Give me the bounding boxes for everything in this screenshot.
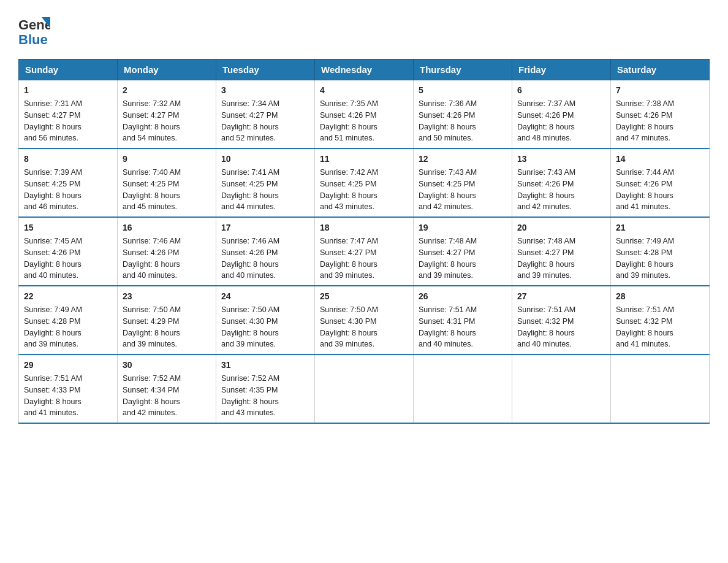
day-number: 6: [517, 84, 605, 97]
logo: General Blue: [18, 12, 51, 49]
calendar-cell: 30Sunrise: 7:52 AMSunset: 4:34 PMDayligh…: [118, 354, 216, 423]
calendar-cell: 15Sunrise: 7:45 AMSunset: 4:26 PMDayligh…: [19, 217, 118, 286]
calendar-cell: 20Sunrise: 7:48 AMSunset: 4:27 PMDayligh…: [512, 217, 611, 286]
header-friday: Friday: [512, 59, 611, 80]
calendar-cell: 14Sunrise: 7:44 AMSunset: 4:26 PMDayligh…: [611, 148, 710, 217]
day-number: 27: [517, 290, 605, 303]
calendar-cell: 21Sunrise: 7:49 AMSunset: 4:28 PMDayligh…: [611, 217, 710, 286]
day-number: 7: [616, 84, 704, 97]
day-number: 20: [517, 221, 605, 234]
day-number: 29: [24, 359, 112, 372]
calendar-cell: 2Sunrise: 7:32 AMSunset: 4:27 PMDaylight…: [118, 80, 216, 149]
day-number: 4: [320, 84, 408, 97]
day-number: 14: [616, 153, 704, 166]
day-number: 1: [24, 84, 112, 97]
calendar-cell: 31Sunrise: 7:52 AMSunset: 4:35 PMDayligh…: [216, 354, 315, 423]
calendar-cell: 5Sunrise: 7:36 AMSunset: 4:26 PMDaylight…: [414, 80, 512, 149]
calendar-cell: 9Sunrise: 7:40 AMSunset: 4:25 PMDaylight…: [118, 148, 216, 217]
calendar-cell: 29Sunrise: 7:51 AMSunset: 4:33 PMDayligh…: [19, 354, 118, 423]
calendar-cell: 7Sunrise: 7:38 AMSunset: 4:26 PMDaylight…: [611, 80, 710, 149]
calendar-table: SundayMondayTuesdayWednesdayThursdayFrid…: [18, 59, 710, 424]
calendar-cell: 27Sunrise: 7:51 AMSunset: 4:32 PMDayligh…: [512, 286, 611, 354]
calendar-cell: 10Sunrise: 7:41 AMSunset: 4:25 PMDayligh…: [216, 148, 315, 217]
header-monday: Monday: [118, 59, 216, 80]
header-sunday: Sunday: [19, 59, 118, 80]
day-number: 22: [24, 290, 112, 303]
day-number: 16: [123, 221, 211, 234]
day-number: 19: [419, 221, 507, 234]
header-thursday: Thursday: [414, 59, 512, 80]
calendar-week-row: 1Sunrise: 7:31 AMSunset: 4:27 PMDaylight…: [19, 80, 710, 149]
day-number: 13: [517, 153, 605, 166]
calendar-cell: 4Sunrise: 7:35 AMSunset: 4:26 PMDaylight…: [315, 80, 414, 149]
calendar-cell: 18Sunrise: 7:47 AMSunset: 4:27 PMDayligh…: [315, 217, 414, 286]
day-number: 31: [221, 359, 309, 372]
calendar-cell: 6Sunrise: 7:37 AMSunset: 4:26 PMDaylight…: [512, 80, 611, 149]
header-wednesday: Wednesday: [315, 59, 414, 80]
calendar-cell: [611, 354, 710, 423]
calendar-cell: [315, 354, 414, 423]
day-number: 21: [616, 221, 704, 234]
calendar-cell: 28Sunrise: 7:51 AMSunset: 4:32 PMDayligh…: [611, 286, 710, 354]
calendar-cell: 22Sunrise: 7:49 AMSunset: 4:28 PMDayligh…: [19, 286, 118, 354]
calendar-cell: [414, 354, 512, 423]
day-number: 24: [221, 290, 309, 303]
day-number: 15: [24, 221, 112, 234]
logo-icon: General Blue: [18, 12, 50, 49]
page-header: General Blue: [18, 12, 710, 49]
calendar-cell: 24Sunrise: 7:50 AMSunset: 4:30 PMDayligh…: [216, 286, 315, 354]
day-number: 17: [221, 221, 309, 234]
day-number: 18: [320, 221, 408, 234]
calendar-week-row: 8Sunrise: 7:39 AMSunset: 4:25 PMDaylight…: [19, 148, 710, 217]
day-number: 25: [320, 290, 408, 303]
calendar-cell: [512, 354, 611, 423]
calendar-week-row: 15Sunrise: 7:45 AMSunset: 4:26 PMDayligh…: [19, 217, 710, 286]
calendar-cell: 3Sunrise: 7:34 AMSunset: 4:27 PMDaylight…: [216, 80, 315, 149]
day-number: 5: [419, 84, 507, 97]
day-number: 8: [24, 153, 112, 166]
calendar-cell: 12Sunrise: 7:43 AMSunset: 4:25 PMDayligh…: [414, 148, 512, 217]
calendar-cell: 19Sunrise: 7:48 AMSunset: 4:27 PMDayligh…: [414, 217, 512, 286]
calendar-cell: 25Sunrise: 7:50 AMSunset: 4:30 PMDayligh…: [315, 286, 414, 354]
day-number: 3: [221, 84, 309, 97]
calendar-cell: 17Sunrise: 7:46 AMSunset: 4:26 PMDayligh…: [216, 217, 315, 286]
calendar-cell: 8Sunrise: 7:39 AMSunset: 4:25 PMDaylight…: [19, 148, 118, 217]
day-number: 23: [123, 290, 211, 303]
header-tuesday: Tuesday: [216, 59, 315, 80]
calendar-cell: 13Sunrise: 7:43 AMSunset: 4:26 PMDayligh…: [512, 148, 611, 217]
day-number: 2: [123, 84, 211, 97]
day-number: 28: [616, 290, 704, 303]
day-number: 11: [320, 153, 408, 166]
calendar-cell: 23Sunrise: 7:50 AMSunset: 4:29 PMDayligh…: [118, 286, 216, 354]
calendar-week-row: 22Sunrise: 7:49 AMSunset: 4:28 PMDayligh…: [19, 286, 710, 354]
svg-text:Blue: Blue: [18, 32, 48, 47]
calendar-cell: 16Sunrise: 7:46 AMSunset: 4:26 PMDayligh…: [118, 217, 216, 286]
day-number: 9: [123, 153, 211, 166]
calendar-header-row: SundayMondayTuesdayWednesdayThursdayFrid…: [19, 59, 710, 80]
calendar-cell: 1Sunrise: 7:31 AMSunset: 4:27 PMDaylight…: [19, 80, 118, 149]
day-number: 30: [123, 359, 211, 372]
calendar-cell: 26Sunrise: 7:51 AMSunset: 4:31 PMDayligh…: [414, 286, 512, 354]
day-number: 26: [419, 290, 507, 303]
day-number: 10: [221, 153, 309, 166]
calendar-week-row: 29Sunrise: 7:51 AMSunset: 4:33 PMDayligh…: [19, 354, 710, 423]
day-number: 12: [419, 153, 507, 166]
calendar-cell: 11Sunrise: 7:42 AMSunset: 4:25 PMDayligh…: [315, 148, 414, 217]
header-saturday: Saturday: [611, 59, 710, 80]
